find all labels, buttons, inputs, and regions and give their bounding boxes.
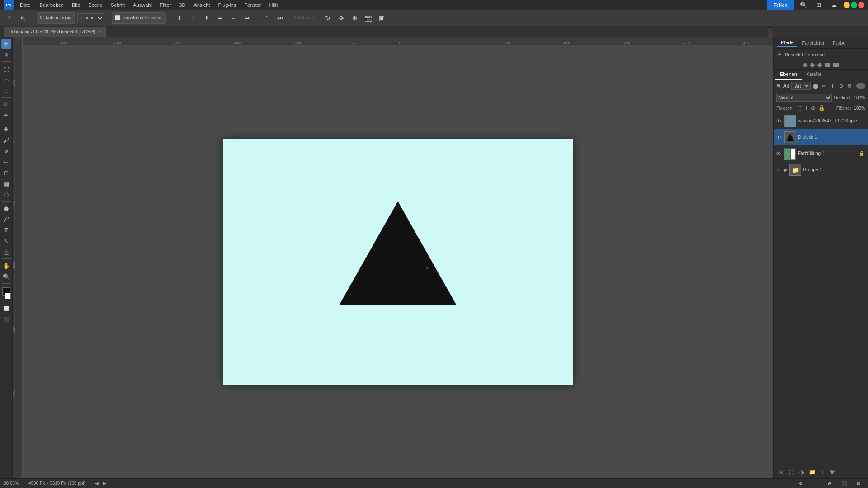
- layer-select[interactable]: Ebene: [77, 13, 104, 23]
- arrange-icon[interactable]: ⊞: [813, 0, 825, 11]
- menu-plugins[interactable]: Plug-ins: [214, 1, 240, 9]
- tab-ebenen[interactable]: Ebenen: [775, 70, 802, 80]
- layer-visibility-icon[interactable]: 👁: [776, 167, 783, 173]
- more-options-icon[interactable]: •••: [274, 12, 286, 24]
- menu-hilfe[interactable]: Hilfe: [265, 1, 283, 9]
- history-brush-tool[interactable]: ↩: [1, 157, 11, 167]
- status-icon-1[interactable]: ⊕: [795, 478, 807, 488]
- home-icon[interactable]: ⌂: [4, 12, 15, 24]
- background-color[interactable]: [5, 293, 11, 299]
- layer-group-arrow[interactable]: ▶: [784, 168, 788, 172]
- tool-selector-icon[interactable]: ↖: [17, 12, 29, 24]
- pan-icon[interactable]: ✥: [335, 12, 347, 24]
- crop-tool[interactable]: ⧉: [1, 99, 11, 109]
- tab-farbe[interactable]: Farbe: [829, 39, 849, 47]
- lock-artboard-icon[interactable]: ⊕: [811, 105, 816, 111]
- status-icon-3[interactable]: 🖨: [824, 478, 835, 488]
- menu-bearbeiten[interactable]: Bearbeiten: [36, 1, 67, 9]
- layer-visibility-icon[interactable]: 👁: [776, 118, 783, 124]
- layer-item[interactable]: 👁 Farbfüllung 1 🔒: [774, 145, 868, 162]
- menu-ansicht[interactable]: Ansicht: [190, 1, 213, 9]
- lock-move-icon[interactable]: ✛: [804, 105, 808, 111]
- brush-tool[interactable]: 🖌: [1, 135, 11, 145]
- filter-icon3[interactable]: T: [829, 82, 836, 90]
- search-icon[interactable]: 🔍: [797, 0, 809, 11]
- status-icon-2[interactable]: ⬚: [809, 478, 821, 488]
- menu-auswahl[interactable]: Auswahl: [129, 1, 156, 9]
- gradient-tool[interactable]: ▦: [1, 178, 11, 188]
- maximize-button[interactable]: [851, 2, 857, 8]
- add-group-button[interactable]: 📁: [807, 468, 816, 476]
- distribute-v-icon[interactable]: ⫿: [261, 12, 273, 24]
- add-layer-button[interactable]: +: [818, 468, 827, 476]
- minimize-button[interactable]: [844, 2, 850, 8]
- status-nav-prev[interactable]: ◀: [95, 481, 99, 486]
- menu-datei[interactable]: Datei: [16, 1, 35, 9]
- marquee-tool[interactable]: ⬚: [1, 64, 11, 74]
- canvas-container[interactable]: ↗: [23, 45, 773, 478]
- align-vcenter-icon[interactable]: ↕: [187, 12, 199, 24]
- filter-icon1[interactable]: ⬤: [812, 82, 819, 90]
- menu-schrift[interactable]: Schrift: [107, 1, 128, 9]
- filter-type-select[interactable]: Art: [791, 82, 811, 90]
- object-select-tool[interactable]: ⬚: [1, 85, 11, 95]
- layer-item[interactable]: 👁 woman-2003647_1920 Kopie: [774, 113, 868, 129]
- layer-visibility-icon[interactable]: 👁: [776, 135, 783, 140]
- add-mask-button[interactable]: ⬚: [787, 468, 796, 476]
- zoom-tool[interactable]: 🔍: [1, 272, 11, 282]
- menu-3d[interactable]: 3D: [175, 1, 189, 9]
- camera-icon[interactable]: 📷: [363, 12, 374, 24]
- type-tool[interactable]: T: [1, 225, 11, 235]
- align-right-icon[interactable]: ➡: [241, 12, 253, 24]
- status-icon-4[interactable]: ⬛: [838, 478, 850, 488]
- menu-filter[interactable]: Filter: [156, 1, 175, 9]
- menu-fenster[interactable]: Fenster: [241, 1, 264, 9]
- rotate-icon[interactable]: ↻: [322, 12, 334, 24]
- layer-visibility-icon[interactable]: 👁: [776, 151, 783, 156]
- add-adjustment-button[interactable]: ◑: [797, 468, 806, 476]
- hand-tool[interactable]: ✋: [1, 261, 11, 271]
- move-tool[interactable]: ✛: [1, 39, 11, 49]
- stamp-tool[interactable]: ⊕: [1, 146, 11, 156]
- lasso-tool[interactable]: ⌓: [1, 75, 11, 84]
- blend-mode-select[interactable]: Normal: [776, 94, 832, 102]
- transform-button[interactable]: ⬜ Transformationsstrg.: [112, 12, 166, 24]
- panel-collapse-button[interactable]: ›: [768, 37, 773, 45]
- filter-icon5[interactable]: ⚙: [846, 82, 853, 90]
- shape-tool[interactable]: △: [1, 247, 11, 257]
- auto-select-button[interactable]: ☑ Autom. ausw.: [37, 12, 75, 24]
- close-button[interactable]: [858, 2, 864, 8]
- status-nav-next[interactable]: ▶: [103, 481, 107, 486]
- heal-tool[interactable]: ✚: [1, 124, 11, 134]
- zoom-3d-icon[interactable]: ⊕: [349, 12, 361, 24]
- menu-bild[interactable]: Bild: [68, 1, 84, 9]
- eraser-tool[interactable]: ◻: [1, 168, 11, 178]
- layer-item[interactable]: 👁 ▶ 📁 Gruppe 1: [774, 162, 868, 178]
- document-tab[interactable]: Unbenannt-1 bei 20,7% (Dreieck 1, RGB/8)…: [4, 27, 106, 37]
- pen-tool[interactable]: 🖊: [1, 214, 11, 224]
- screen-mode-tool[interactable]: ⬛: [1, 314, 11, 324]
- filter-icon4[interactable]: ⊕: [838, 82, 844, 90]
- add-style-button[interactable]: fx: [776, 468, 785, 476]
- lock-all-icon[interactable]: 🔒: [818, 105, 825, 111]
- tab-close-button[interactable]: ×: [98, 29, 101, 34]
- tab-farbfelder[interactable]: Farbfelder: [798, 39, 828, 47]
- tab-pfade[interactable]: Pfade: [777, 39, 797, 47]
- align-bottom-icon[interactable]: ⬇: [201, 12, 212, 24]
- blur-tool[interactable]: ◌: [1, 189, 11, 199]
- share-button[interactable]: Teilen: [767, 0, 794, 11]
- cloud-icon[interactable]: ☁: [828, 0, 840, 11]
- artboard-tool[interactable]: ⊞: [1, 50, 11, 60]
- lock-pixels-icon[interactable]: ⬚: [796, 105, 801, 111]
- path-select-tool[interactable]: ↖: [1, 236, 11, 246]
- align-hcenter-icon[interactable]: ↔: [228, 12, 240, 24]
- tab-kanaele[interactable]: Kanäle: [802, 70, 826, 80]
- menu-ebene[interactable]: Ebene: [85, 1, 106, 9]
- eyedropper-tool[interactable]: ✒: [1, 110, 11, 120]
- delete-layer-button[interactable]: 🗑: [828, 468, 837, 476]
- filter-icon2[interactable]: ✏: [821, 82, 828, 90]
- dodge-tool[interactable]: ⬤: [1, 203, 11, 213]
- align-left-icon[interactable]: ⬅: [214, 12, 226, 24]
- quick-mask-tool[interactable]: ⬜: [1, 303, 11, 313]
- status-icon-5[interactable]: ⊞: [853, 478, 864, 488]
